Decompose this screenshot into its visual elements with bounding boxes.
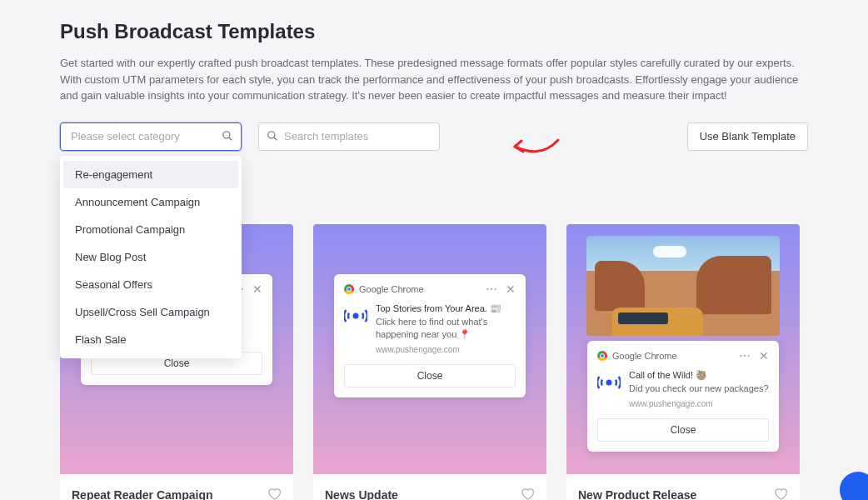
close-icon[interactable]: ✕ [506, 282, 516, 296]
template-card[interactable]: Google Chrome ⋯ ✕ Top Stories from Your … [313, 224, 546, 501]
category-dropdown: Re-engagement Announcement Campaign Prom… [60, 156, 242, 358]
close-icon[interactable]: ✕ [252, 282, 262, 296]
category-input[interactable] [60, 122, 242, 151]
more-icon[interactable]: ⋯ [739, 349, 751, 362]
chrome-icon [597, 351, 607, 361]
svg-point-2 [268, 131, 275, 138]
notif-subtitle: Click here to find out what's happening … [376, 316, 516, 341]
card-title: News Update [325, 488, 398, 501]
notif-title: Top Stories from Your Area. 📰 [376, 302, 516, 315]
category-option-seasonal[interactable]: Seasonal Offers [63, 271, 238, 298]
notif-close-button[interactable]: Close [344, 364, 516, 388]
notif-close-button[interactable]: Close [597, 418, 769, 442]
notification-preview: Google Chrome ⋯ ✕ Call of the Wild [587, 341, 779, 452]
category-option-flashsale[interactable]: Flash Sale [63, 326, 238, 353]
broadcast-icon [597, 371, 621, 394]
heart-icon[interactable] [267, 486, 282, 501]
hero-image [586, 236, 780, 336]
svg-point-0 [223, 131, 230, 138]
card-preview: Google Chrome ⋯ ✕ Call of the Wild [566, 224, 800, 474]
broadcast-icon [344, 304, 367, 328]
heart-icon[interactable] [773, 486, 788, 501]
card-title: Repeat Reader Campaign [72, 488, 213, 501]
notif-site: www.pushengage.com [629, 398, 769, 410]
browser-name: Google Chrome [359, 284, 424, 294]
notif-title: Call of the Wild! 🦥 [629, 369, 769, 382]
notification-preview: Google Chrome ⋯ ✕ Top Stories from Your … [334, 274, 526, 398]
card-title: New Product Release [578, 488, 696, 501]
category-option-announcement[interactable]: Announcement Campaign [63, 188, 238, 216]
page-description: Get started with our expertly crafted pu… [60, 55, 808, 104]
notif-subtitle: Did you check our new packages? [629, 382, 769, 395]
search-field[interactable] [258, 122, 440, 151]
category-select[interactable]: Re-engagement Announcement Campaign Prom… [60, 122, 242, 151]
template-card[interactable]: Google Chrome ⋯ ✕ Call of the Wild [566, 224, 800, 501]
category-option-promotional[interactable]: Promotional Campaign [63, 216, 238, 243]
chrome-icon [344, 284, 354, 294]
card-preview: Google Chrome ⋯ ✕ Top Stories from Your … [313, 224, 546, 474]
search-icon [222, 130, 233, 145]
svg-line-1 [229, 137, 232, 140]
page-title: Push Broadcast Templates [60, 20, 808, 43]
notif-site: www.pushengage.com [376, 344, 516, 356]
use-blank-template-button[interactable]: Use Blank Template [687, 122, 808, 151]
search-input[interactable] [258, 122, 440, 151]
heart-icon[interactable] [520, 486, 535, 501]
annotation-arrow-icon [510, 133, 561, 158]
svg-point-6 [607, 380, 611, 384]
close-icon[interactable]: ✕ [759, 349, 769, 362]
search-icon [267, 130, 278, 145]
svg-point-5 [354, 313, 358, 318]
svg-line-3 [274, 137, 277, 140]
category-option-blog[interactable]: New Blog Post [63, 243, 238, 271]
toolbar: Re-engagement Announcement Campaign Prom… [60, 122, 808, 151]
category-option-upsell[interactable]: Upsell/Cross Sell Campaign [63, 298, 238, 326]
more-icon[interactable]: ⋯ [486, 282, 497, 296]
browser-name: Google Chrome [612, 351, 677, 361]
category-option-reengagement[interactable]: Re-engagement [63, 161, 238, 188]
